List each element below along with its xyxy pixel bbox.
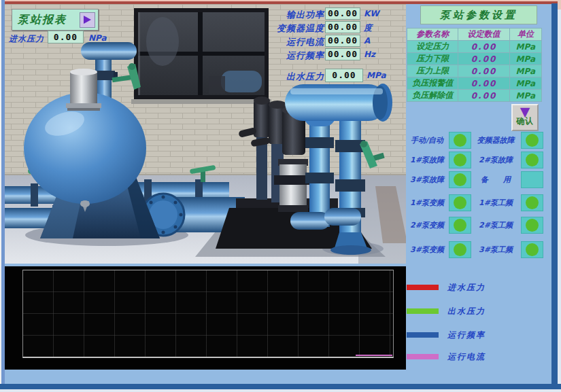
- measurement-label: 输出功率: [222, 9, 324, 21]
- status-indicator: [521, 217, 543, 234]
- status-label: 备 用: [471, 175, 520, 185]
- trend-chart: [5, 266, 406, 370]
- status-label: 2#泵故障: [471, 155, 520, 165]
- parameter-name: 负压报警值: [407, 77, 458, 90]
- status-label: 1#泵变频: [406, 198, 448, 208]
- status-lamp-on: [526, 196, 539, 209]
- parameter-setpoint[interactable]: 0.00: [458, 65, 509, 77]
- inlet-pressure-unit: NPa: [88, 33, 107, 43]
- tank-air-vent: [70, 72, 97, 105]
- status-indicator: [521, 152, 543, 168]
- status-label: 2#泵变频: [406, 220, 448, 230]
- status-indicator: [449, 241, 471, 258]
- parameter-unit: MPa: [509, 65, 541, 77]
- parameter-name: 压力下限: [407, 53, 458, 65]
- status-lamp-on: [454, 154, 466, 166]
- status-row: 1#泵故障2#泵故障: [406, 152, 552, 170]
- parameter-setpoint[interactable]: 0.00: [458, 41, 509, 53]
- play-icon[interactable]: [80, 12, 95, 28]
- measurement-value: 00.00: [325, 7, 360, 20]
- status-row: 3#泵故障备 用: [406, 171, 552, 190]
- status-row: 3#泵变频3#泵工频: [406, 241, 552, 260]
- status-indicator: [449, 132, 471, 149]
- outlet-pressure-unit: MPa: [367, 71, 386, 80]
- bottom-border: [0, 384, 561, 389]
- right-border: [551, 3, 558, 388]
- measurement-value: 00.00: [325, 48, 360, 60]
- settings-table: 参数名称设定数值单位 设定压力0.00MPa压力下限0.00MPa压力上限0.0…: [407, 28, 542, 102]
- parameter-name: 压力上限: [407, 65, 458, 77]
- measurement-label: 运行频率: [222, 50, 324, 62]
- parameter-setpoint[interactable]: 0.00: [458, 77, 509, 90]
- legend-color-bar: [407, 285, 439, 290]
- measurement-value: 00.00: [325, 21, 360, 33]
- top-accent-bar: [0, 0, 561, 4]
- measurement-label: 变频器温度: [222, 22, 324, 35]
- status-indicator: [449, 152, 471, 168]
- outlet-pressure-label: 出水压力: [222, 71, 324, 83]
- inlet-pressure-label: 进水压力: [9, 33, 44, 45]
- settings-title: 泵站参数设置: [420, 5, 537, 24]
- parameter-unit: MPa: [509, 53, 541, 65]
- settings-row: 设定压力0.00MPa: [407, 41, 542, 53]
- status-indicator: [521, 132, 543, 149]
- status-label: 2#泵工频: [471, 220, 520, 230]
- status-lamp-on: [454, 196, 466, 209]
- outlet-pressure-value: 0.00: [325, 69, 363, 82]
- legend-item: 运行频率: [406, 329, 552, 343]
- status-indicator: [521, 194, 543, 211]
- right-outer-border: [558, 0, 561, 392]
- settings-column-header: 参数名称: [407, 29, 458, 41]
- parameter-unit: MPa: [509, 77, 541, 90]
- measurement-unit: 度: [364, 22, 394, 34]
- measurement-label: 运行电流: [222, 36, 324, 48]
- status-row: 1#泵变频1#泵工频: [406, 194, 552, 213]
- measurement-unit: KW: [364, 9, 394, 18]
- status-label: 1#泵故障: [406, 155, 448, 165]
- status-lamp-on: [526, 154, 539, 166]
- legend-label: 运行电流: [447, 351, 486, 363]
- inlet-pressure-value: 0.00: [48, 31, 84, 43]
- status-lamp-on: [454, 173, 466, 186]
- status-label: 3#泵变频: [406, 245, 448, 255]
- parameter-panel: 泵站参数设置 参数名称设定数值单位 设定压力0.00MPa压力下限0.00MPa…: [406, 4, 552, 385]
- status-lamp-on: [526, 243, 539, 256]
- left-border: [0, 0, 5, 392]
- status-label: 3#泵工频: [471, 245, 520, 255]
- status-row: 手动/自动变频器故障: [406, 132, 552, 150]
- settings-column-header: 设定数值: [458, 29, 509, 41]
- status-indicator: [449, 194, 471, 211]
- bottom-outer-border: [0, 389, 561, 392]
- status-label: 1#泵工频: [471, 198, 520, 208]
- status-row: 2#泵变频2#泵工频: [406, 217, 552, 235]
- pump-station-hmi-screen: 泵站报表 进水压力 0.00 NPa 输出功率00.00KW变频器温度00.00…: [0, 0, 561, 392]
- parameter-unit: MPa: [509, 90, 541, 102]
- status-lamp-on: [454, 243, 466, 256]
- status-label: 手动/自动: [406, 135, 448, 145]
- legend-label: 出水压力: [447, 306, 486, 317]
- confirm-button[interactable]: ▼ 确认: [511, 104, 539, 131]
- status-indicator: [449, 171, 471, 188]
- report-button-label: 泵站报表: [18, 13, 67, 27]
- settings-row: 压力下限0.00MPa: [407, 53, 542, 65]
- legend-label: 进水压力: [447, 282, 486, 293]
- settings-row: 压力上限0.00MPa: [407, 65, 542, 77]
- pump-station-3d-scene: 泵站报表 进水压力 0.00 NPa 输出功率00.00KW变频器温度00.00…: [5, 4, 406, 264]
- trend-plot-area: [22, 270, 394, 358]
- legend-color-bar: [407, 354, 439, 359]
- status-lamp-on: [526, 219, 539, 232]
- parameter-setpoint[interactable]: 0.00: [458, 53, 509, 65]
- status-lamp-on: [454, 219, 466, 232]
- report-button[interactable]: 泵站报表: [12, 9, 99, 31]
- legend-color-bar: [407, 332, 439, 338]
- running-current-trace: [356, 355, 392, 356]
- parameter-setpoint[interactable]: 0.00: [458, 90, 509, 102]
- parameter-name: 负压解除值: [407, 90, 458, 102]
- status-indicator: [521, 241, 543, 258]
- legend-color-bar: [407, 308, 439, 314]
- measurement-unit: A: [364, 36, 394, 46]
- legend-label: 运行频率: [447, 329, 486, 341]
- parameter-unit: MPa: [509, 41, 541, 53]
- status-label: 变频器故障: [471, 135, 520, 145]
- parameter-name: 设定压力: [407, 41, 458, 53]
